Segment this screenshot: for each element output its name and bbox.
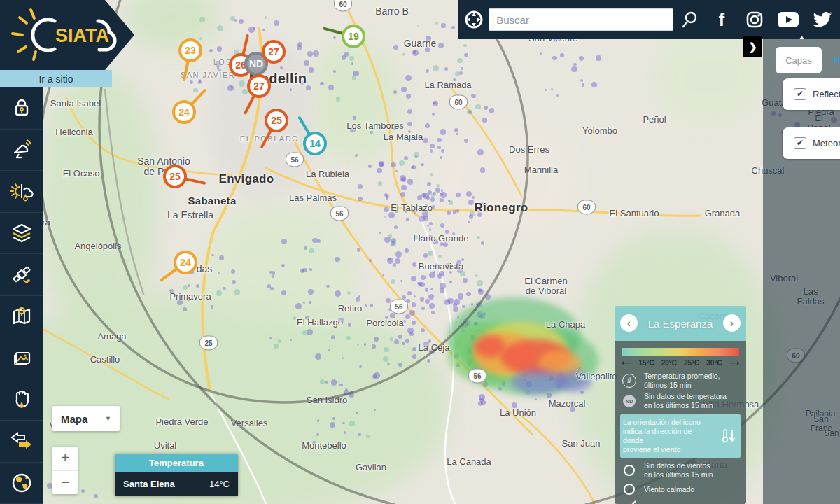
sidebar-item-map[interactable] (0, 296, 43, 338)
layer-toggle-reflecti[interactable]: ✔Reflecti (783, 78, 840, 110)
station-marker[interactable]: 25 (265, 108, 288, 132)
sidebar-item-globe[interactable] (0, 463, 43, 504)
sidebar-item-layers[interactable] (0, 213, 43, 255)
map-label: La Rubiela (306, 169, 349, 179)
precip-dot (217, 46, 223, 52)
station-marker[interactable]: 24 (174, 251, 197, 274)
station-marker[interactable]: 14 (303, 132, 327, 155)
precip-dot (379, 232, 382, 234)
precip-dot (475, 274, 478, 277)
panel-scroll-up-icon[interactable]: ▲ (799, 34, 805, 41)
legend-row: Sin datos de vientos en los últimos 15 m… (620, 461, 741, 479)
precip-dot (394, 225, 398, 229)
precip-dot (482, 118, 486, 122)
instagram-icon[interactable] (738, 11, 771, 28)
precip-dot (449, 281, 452, 284)
facebook-icon[interactable]: f (705, 10, 738, 30)
station-marker[interactable]: 23 (178, 38, 202, 62)
precip-dot (81, 489, 85, 493)
checkbox-checked-icon[interactable]: ✔ (794, 137, 806, 149)
sidebar-item-images[interactable] (0, 337, 43, 379)
station-marker[interactable]: 24 (172, 100, 196, 124)
precip-dot (405, 75, 412, 81)
precip-dot (406, 218, 410, 221)
precip-dot (239, 19, 244, 24)
map-type-dropdown[interactable]: Mapa ▼ (52, 406, 120, 431)
legend-row: La orientación del icono indica la direc… (620, 414, 741, 458)
sidebar-item-hand-drop[interactable] (0, 379, 43, 421)
station-name: Santa Elena (123, 479, 175, 489)
sidebar-item-lock[interactable] (0, 88, 43, 130)
legend-row: NDSin datos de temperatura en los último… (620, 392, 741, 410)
station-marker[interactable]: 27 (262, 40, 286, 64)
checkbox-checked-icon[interactable]: ✔ (794, 88, 806, 100)
precip-dot (440, 283, 446, 289)
storm-blob (475, 335, 505, 358)
scale-label: 20°C (662, 359, 677, 367)
precip-dot (451, 26, 455, 29)
crosshair-icon[interactable] (458, 10, 489, 29)
precip-dot (265, 16, 267, 19)
precip-dot (309, 248, 314, 254)
precip-dot (401, 87, 407, 92)
precip-dot (384, 216, 386, 218)
twitter-icon[interactable] (806, 11, 840, 28)
precip-dot (391, 162, 396, 167)
sidebar-item-weather[interactable] (0, 171, 43, 213)
precip-dot (357, 344, 359, 346)
legend-next-button[interactable]: › (723, 314, 741, 332)
search-input[interactable] (489, 8, 673, 31)
precip-dot (433, 65, 439, 71)
sidebar-item-satellite[interactable] (0, 254, 43, 296)
precip-dot (429, 303, 434, 308)
station-marker[interactable]: 25 (163, 164, 187, 188)
precip-dot (227, 85, 234, 92)
search-icon[interactable] (673, 10, 705, 29)
precip-dot (468, 200, 474, 205)
zoom-out-button[interactable]: − (52, 471, 78, 495)
precip-dot (177, 300, 183, 305)
precip-dot (190, 80, 193, 84)
precip-dot (425, 288, 428, 291)
precip-dot (427, 225, 429, 227)
precip-dot (560, 53, 564, 57)
logo-text: SIATA (55, 25, 109, 46)
top-bar: f (458, 0, 840, 39)
sidebar-item-radar-dish[interactable] (0, 130, 43, 172)
layer-toggle-meteor[interactable]: ✔Meteor (783, 127, 840, 159)
legend-prev-button[interactable]: ‹ (620, 314, 638, 332)
zoom-in-button[interactable]: + (52, 447, 78, 470)
precip-dot (384, 193, 388, 197)
siata-logo[interactable]: SIATA (0, 0, 134, 70)
precip-dot (196, 284, 200, 288)
sidebar-item-arrows[interactable] (0, 421, 43, 463)
precip-dot (393, 127, 396, 130)
go-to-site-link[interactable]: Ir a sitio (0, 70, 112, 88)
precip-dot (471, 94, 475, 98)
precip-dot (304, 246, 307, 250)
precip-dot (453, 303, 457, 307)
precip-dot (356, 298, 360, 302)
precip-dot (398, 335, 402, 338)
precip-dot (469, 214, 473, 218)
precip-dot (571, 66, 577, 72)
precip-dot (464, 53, 468, 57)
youtube-icon[interactable] (771, 12, 806, 27)
map-label: La Canada (447, 457, 491, 467)
precip-dot (430, 149, 433, 153)
precip-dot (400, 175, 406, 181)
station-marker[interactable]: 19 (342, 24, 365, 48)
precip-dot (270, 287, 274, 290)
precip-dot (453, 307, 458, 312)
precip-dot (347, 291, 351, 295)
precip-dot (183, 307, 186, 311)
precip-dot (420, 297, 424, 301)
tab-partial[interactable]: H (834, 55, 840, 65)
station-marker[interactable]: 27 (247, 74, 271, 98)
circle-icon (620, 482, 638, 497)
precip-dot (365, 304, 368, 307)
panel-expander-button[interactable]: ❯ (743, 36, 762, 57)
temperature-popup-title: Temperatura (115, 454, 238, 472)
tab-capas[interactable]: Capas (776, 47, 822, 74)
precip-dot (440, 192, 442, 195)
